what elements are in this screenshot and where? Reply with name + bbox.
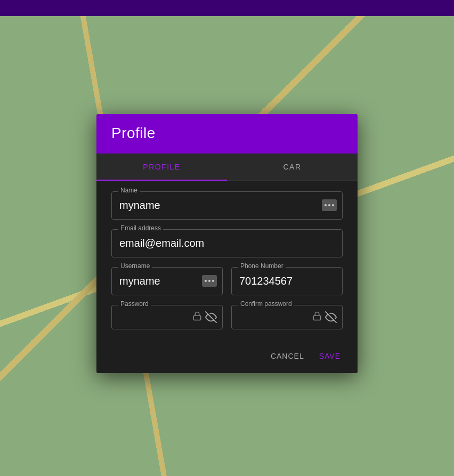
email-field-group: Email address	[111, 229, 343, 257]
username-phone-row: Username Phone Number	[111, 267, 343, 295]
email-field-wrapper: Email address	[111, 229, 343, 257]
phone-input[interactable]	[232, 268, 342, 295]
password-lock-icon	[192, 311, 202, 323]
name-input[interactable]	[112, 192, 342, 219]
confirm-password-field-wrapper: Confirm password	[231, 305, 343, 329]
modal-content: Name Email address	[96, 181, 358, 329]
confirm-password-label: Confirm password	[238, 301, 294, 307]
profile-modal: Profile PROFILE CAR Name	[96, 114, 358, 373]
name-field-group: Name	[111, 191, 343, 220]
username-icon-area	[202, 275, 217, 287]
save-button[interactable]: SAVE	[317, 348, 343, 365]
confirm-password-lock-icon	[312, 311, 322, 323]
phone-label: Phone Number	[238, 263, 286, 269]
modal-footer: CANCEL SAVE	[96, 339, 358, 373]
email-input[interactable]	[112, 230, 342, 257]
password-field-group: Password	[111, 305, 223, 329]
name-dots-icon[interactable]	[322, 199, 337, 211]
username-dots-icon[interactable]	[202, 275, 217, 287]
svg-rect-2	[313, 316, 321, 320]
confirm-password-field-group: Confirm password	[231, 305, 343, 329]
name-label: Name	[118, 187, 140, 193]
svg-rect-0	[193, 316, 201, 320]
cancel-button[interactable]: CANCEL	[269, 348, 306, 365]
password-icon-area	[192, 311, 217, 323]
name-field-wrapper: Name	[111, 191, 343, 220]
password-field-wrapper: Password	[111, 305, 223, 329]
tab-car[interactable]: CAR	[227, 154, 358, 181]
password-eye-icon[interactable]	[205, 311, 217, 323]
username-label: Username	[118, 263, 152, 269]
modal-header: Profile	[96, 114, 358, 154]
name-icon-area	[322, 199, 337, 211]
password-label: Password	[118, 301, 151, 307]
tab-bar: PROFILE CAR	[96, 154, 358, 181]
confirm-password-eye-icon[interactable]	[325, 311, 337, 323]
modal-overlay: Profile PROFILE CAR Name	[0, 0, 454, 476]
phone-field-group: Phone Number	[231, 267, 343, 295]
confirm-password-icon-area	[312, 311, 337, 323]
phone-field-wrapper: Phone Number	[231, 267, 343, 295]
password-confirm-row: Password	[111, 305, 343, 329]
email-label: Email address	[118, 225, 163, 231]
tab-profile[interactable]: PROFILE	[96, 154, 227, 181]
username-field-wrapper: Username	[111, 267, 223, 295]
username-field-group: Username	[111, 267, 223, 295]
modal-title: Profile	[111, 125, 343, 142]
